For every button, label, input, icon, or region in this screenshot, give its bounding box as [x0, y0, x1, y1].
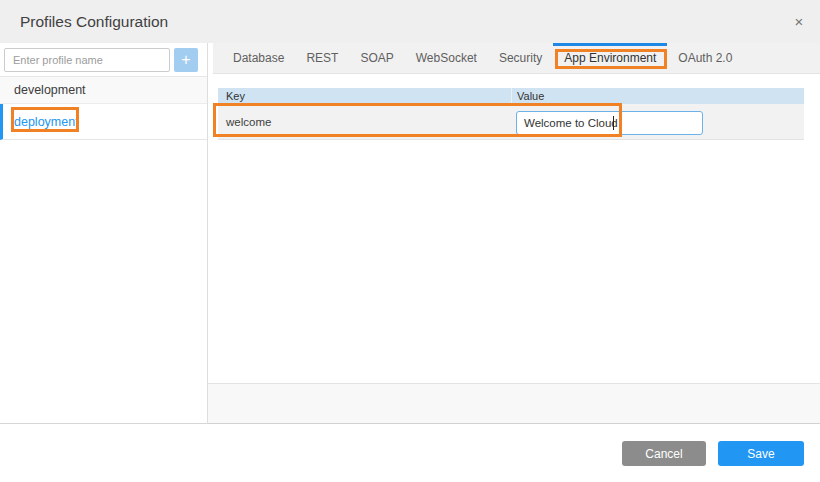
column-header-value: Value [512, 88, 804, 104]
env-table: Key Value welcome [218, 88, 804, 140]
profiles-sidebar: + development deployment [0, 43, 208, 424]
cancel-button[interactable]: Cancel [622, 441, 706, 466]
save-button[interactable]: Save [718, 441, 804, 466]
main-panel: Database REST SOAP WebSocket Security Ap… [208, 43, 820, 424]
profile-create-row: + [0, 43, 207, 77]
dialog-footer: Cancel Save [0, 424, 820, 482]
value-input[interactable] [516, 111, 703, 135]
tab-soap[interactable]: SOAP [349, 43, 404, 73]
tab-rest[interactable]: REST [295, 43, 349, 73]
tab-database[interactable]: Database [222, 43, 295, 73]
panel-footer [208, 383, 820, 424]
tab-app-environment[interactable]: App Environment [553, 43, 667, 73]
profile-item-development[interactable]: development [0, 77, 207, 104]
key-cell: welcome [218, 104, 512, 139]
column-header-key: Key [218, 88, 512, 104]
page-title: Profiles Configuration [20, 0, 168, 43]
profile-item-deployment[interactable]: deployment [0, 104, 207, 140]
table-row: welcome [218, 104, 804, 140]
tab-websocket[interactable]: WebSocket [405, 43, 488, 73]
close-icon[interactable]: × [789, 12, 809, 32]
profile-item-label: development [14, 83, 86, 97]
text-caret [613, 116, 614, 130]
value-input-wrap [516, 111, 703, 135]
add-profile-button[interactable]: + [174, 48, 198, 72]
profile-item-label: deployment [14, 115, 79, 129]
tab-oauth-2-0[interactable]: OAuth 2.0 [667, 43, 743, 73]
tab-security[interactable]: Security [488, 43, 553, 73]
profiles-configuration-dialog: Profiles Configuration × + development d… [0, 0, 820, 482]
value-cell [512, 104, 804, 139]
env-table-header: Key Value [218, 88, 804, 104]
dialog-header: Profiles Configuration × [0, 0, 820, 43]
tab-bar: Database REST SOAP WebSocket Security Ap… [213, 43, 820, 74]
profile-name-input[interactable] [4, 48, 170, 72]
